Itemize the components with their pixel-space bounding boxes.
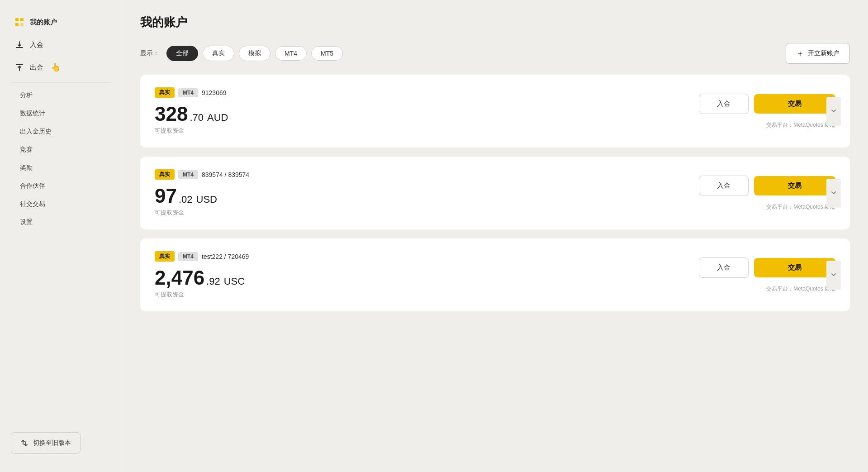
account-2-balance-decimal: .02 — [179, 194, 193, 205]
account-1-balance: 328 .70 AUD — [155, 104, 690, 124]
sidebar-withdrawal-label: 出金 — [30, 63, 43, 72]
account-3-balance: 2,476 .92 USC — [155, 268, 690, 288]
account-2-balance-main: 97 — [155, 186, 177, 206]
sidebar-item-rewards[interactable]: 奖励 — [0, 159, 122, 177]
account-2-expand-button[interactable] — [826, 179, 841, 208]
account-3-type-badge: 真实 — [155, 251, 175, 262]
sidebar-my-account-label: 我的账户 — [30, 18, 57, 27]
account-2-number: 839574 / 839574 — [202, 171, 249, 178]
account-2-trade-button[interactable]: 交易 — [754, 176, 835, 195]
filter-all-button[interactable]: 全部 — [166, 46, 198, 61]
account-2-platform-info: 交易平台：MetaQuotes 终端 — [766, 203, 835, 211]
sidebar-item-withdrawal[interactable]: 出金 👆 — [0, 56, 122, 79]
account-1-expand-button[interactable] — [826, 97, 841, 126]
withdrawal-icon — [14, 62, 24, 72]
chevron-down-icon — [831, 107, 836, 115]
account-1-balance-main: 328 — [155, 104, 188, 124]
account-1-platform-info: 交易平台：MetaQuotes 终端 — [766, 121, 835, 129]
account-3-deposit-button[interactable]: 入金 — [699, 257, 749, 278]
account-2-currency: USD — [196, 194, 217, 205]
chevron-down-icon — [831, 271, 836, 279]
account-3-platform-badge: MT4 — [178, 252, 198, 261]
page-title: 我的账户 — [140, 14, 850, 30]
hand-cursor-icon: 👆 — [51, 62, 61, 72]
account-3-actions: 入金 交易 交易平台：MetaQuotes 终端 — [699, 257, 835, 293]
sidebar-item-social-trading[interactable]: 社交交易 — [0, 195, 122, 213]
account-2-balance: 97 .02 USD — [155, 186, 690, 206]
account-1-deposit-button[interactable]: 入金 — [699, 94, 749, 114]
account-1-balance-decimal: .70 — [190, 112, 204, 124]
account-card-1-content: 真实 MT4 9123069 328 .70 AUD 可提取资金 — [155, 87, 690, 135]
account-1-actions: 入金 交易 交易平台：MetaQuotes 终端 — [699, 94, 835, 129]
switch-version-button[interactable]: 切换至旧版本 — [11, 432, 81, 454]
plus-icon: ＋ — [796, 48, 804, 59]
account-3-balance-decimal: .92 — [206, 276, 220, 287]
account-1-number: 9123069 — [202, 89, 227, 96]
account-3-expand-button[interactable] — [826, 261, 841, 290]
sidebar-item-settings[interactable]: 设置 — [0, 213, 122, 231]
svg-rect-1 — [20, 18, 24, 21]
sidebar-item-competition[interactable]: 竞赛 — [0, 141, 122, 159]
filter-real-button[interactable]: 真实 — [203, 46, 234, 61]
svg-rect-2 — [15, 23, 19, 26]
new-account-button[interactable]: ＋ 开立新账户 — [786, 43, 850, 64]
filter-mt4-button[interactable]: MT4 — [275, 46, 307, 61]
account-1-tags: 真实 MT4 9123069 — [155, 87, 690, 98]
account-3-buttons-row: 入金 交易 — [699, 257, 835, 278]
sidebar-item-analysis[interactable]: 分析 — [0, 86, 122, 105]
main-content: 我的账户 显示： 全部 真实 模拟 MT4 MT5 ＋ 开立新账户 真实 MT4… — [122, 0, 868, 472]
account-1-platform-badge: MT4 — [178, 88, 198, 97]
sidebar-divider — [11, 82, 111, 83]
sidebar-item-history[interactable]: 出入金历史 — [0, 123, 122, 141]
account-2-platform-badge: MT4 — [178, 170, 198, 179]
account-2-available: 可提取资金 — [155, 209, 690, 217]
deposit-icon — [14, 40, 24, 50]
svg-rect-0 — [15, 18, 19, 21]
account-3-balance-main: 2,476 — [155, 268, 204, 288]
account-3-currency: USC — [224, 276, 245, 287]
switch-icon — [20, 439, 28, 447]
account-2-actions: 入金 交易 交易平台：MetaQuotes 终端 — [699, 176, 835, 211]
svg-rect-3 — [20, 23, 24, 26]
account-card-1: 真实 MT4 9123069 328 .70 AUD 可提取资金 入金 交易 交… — [140, 75, 850, 148]
account-1-type-badge: 真实 — [155, 87, 175, 98]
account-2-type-badge: 真实 — [155, 169, 175, 180]
account-1-currency: AUD — [207, 112, 228, 124]
account-3-trade-button[interactable]: 交易 — [754, 258, 835, 277]
account-3-tags: 真实 MT4 test222 / 720469 — [155, 251, 690, 262]
sidebar-item-statistics[interactable]: 数据统计 — [0, 105, 122, 123]
account-3-platform-info: 交易平台：MetaQuotes 终端 — [766, 285, 835, 293]
account-1-available: 可提取资金 — [155, 127, 690, 135]
account-card-3-content: 真实 MT4 test222 / 720469 2,476 .92 USC 可提… — [155, 251, 690, 299]
account-1-buttons-row: 入金 交易 — [699, 94, 835, 114]
filter-mt5-button[interactable]: MT5 — [311, 46, 343, 61]
account-card-2: 真实 MT4 839574 / 839574 97 .02 USD 可提取资金 … — [140, 157, 850, 229]
filter-demo-button[interactable]: 模拟 — [239, 46, 270, 61]
account-2-tags: 真实 MT4 839574 / 839574 — [155, 169, 690, 180]
sidebar-deposit-label: 入金 — [30, 41, 43, 49]
filter-label: 显示： — [140, 49, 159, 57]
account-3-number: test222 / 720469 — [202, 253, 249, 260]
account-2-buttons-row: 入金 交易 — [699, 176, 835, 196]
chevron-down-icon — [831, 189, 836, 197]
sidebar-bottom: 切换至旧版本 — [0, 425, 122, 461]
account-3-available: 可提取资金 — [155, 291, 690, 299]
sidebar: 我的账户 入金 出金 👆 分析 数据统计 出入金历史 竞赛 — [0, 0, 122, 472]
account-card-2-content: 真实 MT4 839574 / 839574 97 .02 USD 可提取资金 — [155, 169, 690, 217]
grid-icon — [14, 17, 24, 27]
account-1-trade-button[interactable]: 交易 — [754, 94, 835, 114]
account-2-deposit-button[interactable]: 入金 — [699, 176, 749, 196]
account-card-3: 真实 MT4 test222 / 720469 2,476 .92 USC 可提… — [140, 238, 850, 311]
sidebar-item-partners[interactable]: 合作伙伴 — [0, 177, 122, 195]
filter-bar: 显示： 全部 真实 模拟 MT4 MT5 ＋ 开立新账户 — [140, 43, 850, 64]
sidebar-item-deposit[interactable]: 入金 — [0, 33, 122, 56]
sidebar-item-my-account[interactable]: 我的账户 — [0, 11, 122, 33]
